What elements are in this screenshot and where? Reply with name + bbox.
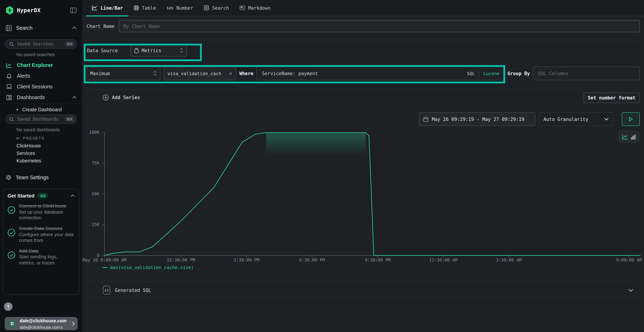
plus-circle-icon [103, 94, 109, 100]
sidebar-item-label: Client Sessions [17, 84, 52, 90]
get-started-item-title: Create Data Sources [19, 226, 62, 231]
data-source-label: Data Source [87, 48, 130, 53]
add-series-label: Add Series [112, 95, 140, 100]
granularity-select[interactable]: Auto Granularity [539, 112, 613, 126]
collapse-sidebar-icon[interactable] [70, 8, 76, 13]
search-section-label: Search [16, 25, 32, 31]
tab-search[interactable]: Search [198, 0, 234, 16]
get-started-progress-badge: 3/3 [38, 193, 48, 198]
aggregation-value: Maximum [90, 71, 110, 76]
app-title: HyperDX [17, 7, 40, 14]
sidebar-item-alerts[interactable]: Alerts [0, 71, 82, 81]
granularity-value: Auto Granularity [544, 116, 588, 122]
chart-name-input[interactable] [119, 20, 640, 32]
preset-kubernetes[interactable]: Kubernetes [16, 158, 41, 164]
tab-label: Search [212, 5, 229, 10]
where-input[interactable] [261, 70, 467, 76]
updown-chevrons-icon [180, 48, 183, 53]
presets-header[interactable]: PRESETS [16, 136, 44, 140]
get-started-item-desc: Configure where your data comes from [19, 232, 74, 243]
sql-mode-toggle[interactable]: SQL [467, 71, 475, 76]
tab-markdown[interactable]: M↓ Markdown [234, 0, 276, 16]
data-source-row: Data Source Metrics [87, 44, 187, 56]
check-circle-icon [8, 251, 16, 266]
tab-line-bar[interactable]: Line/Bar [86, 0, 128, 16]
help-button[interactable]: ? [4, 302, 12, 311]
get-started-item-desc: Start sending logs, metrics, or traces [19, 254, 58, 266]
chevron-up-icon [72, 26, 76, 29]
saved-dashboards-input[interactable]: ⌘K [5, 114, 77, 124]
close-icon[interactable]: × [229, 70, 232, 76]
run-query-button[interactable] [622, 112, 640, 126]
user-menu[interactable]: D dale@clickhouse.com dale@clickhouse.co… [5, 317, 78, 330]
tab-label: Markdown [248, 5, 271, 10]
where-label: Where [239, 71, 253, 76]
set-number-format-button[interactable]: Set number format [584, 92, 640, 103]
get-started-item-adddata[interactable]: Add Data Start sending logs, metrics, or… [8, 248, 75, 266]
chevron-down-icon [16, 137, 20, 139]
code-brackets-icon [103, 286, 110, 294]
metric-field-tag[interactable]: visa_validation_cach × [164, 66, 236, 80]
sidebar-item-chart-explorer[interactable]: Chart Explorer [0, 60, 82, 70]
avatar: D [8, 319, 17, 328]
group-by-label: Group By [508, 71, 530, 76]
tab-label: Line/Bar [100, 5, 123, 10]
chevron-right-icon [72, 322, 75, 326]
where-filter-box: SQL | Lucene [256, 66, 504, 80]
sidebar-item-client-sessions[interactable]: Client Sessions [0, 82, 82, 92]
tab-label: Table [142, 5, 156, 10]
chart-name-label: Chart Name [86, 24, 119, 29]
chevron-up-icon[interactable] [70, 194, 75, 197]
y-axis-labels: 025K50K75K100K [82, 131, 102, 258]
markdown-icon: M↓ [240, 6, 245, 10]
tab-table[interactable]: Table [128, 0, 161, 16]
saved-searches-field[interactable] [16, 41, 64, 47]
shortcut-badge: ⌘K [64, 117, 74, 122]
chevron-down-icon[interactable] [628, 288, 633, 292]
gear-icon [6, 174, 12, 180]
chart-legend: max(visa_validation_cache.size) [103, 265, 194, 270]
data-source-select[interactable]: Metrics [130, 44, 187, 56]
get-started-item-title: Connect to ClickHouse [19, 203, 66, 208]
calendar-icon [423, 116, 428, 122]
sidebar-item-team-settings[interactable]: Team Settings [0, 172, 82, 182]
mode-divider: | [478, 71, 480, 76]
legend-swatch [103, 267, 107, 268]
x-axis-labels: May 26 9:00:00 AM12:30:00 PM3:30:00 PM6:… [100, 256, 641, 263]
saved-dashboards-field[interactable] [16, 116, 64, 122]
user-email: dale@clickhouse.com [20, 318, 66, 323]
get-started-item-connect[interactable]: Connect to ClickHouse Set up your databa… [8, 203, 75, 221]
aggregation-select[interactable]: Maximum [86, 66, 160, 80]
add-series-button[interactable]: Add Series [103, 94, 140, 100]
database-icon [134, 48, 139, 53]
chart-type-tabbar: Line/Bar Table 123 Number Search M↓ Ma [82, 0, 644, 16]
date-range-picker[interactable]: May 26 09:29:19 - May 27 09:29:19 [419, 112, 535, 126]
no-saved-dashboards-note: No saved dashboards [16, 127, 60, 132]
get-started-item-title: Add Data [19, 248, 38, 254]
divider [86, 297, 639, 298]
bell-icon [6, 73, 12, 79]
preset-services[interactable]: Services [16, 150, 35, 156]
create-dashboard-button[interactable]: + Create Dashboard [16, 106, 62, 112]
team-settings-label: Team Settings [16, 174, 49, 180]
generated-sql-row[interactable]: Generated SQL [86, 283, 640, 298]
timeseries-chart[interactable] [100, 131, 641, 258]
get-started-item-datasources[interactable]: Create Data Sources Configure where your… [8, 226, 75, 244]
search-icon [9, 42, 14, 46]
lucene-mode-toggle[interactable]: Lucene [483, 71, 500, 76]
sidebar-item-dashboards[interactable]: Dashboards [0, 92, 82, 102]
preset-clickhouse[interactable]: ClickHouse [16, 143, 41, 148]
laptop-icon [6, 84, 12, 89]
search-section-icon [6, 25, 12, 31]
user-team: dale@clickhouse.com's [20, 325, 62, 329]
saved-searches-input[interactable]: ⌘K [5, 39, 77, 49]
group-by-input[interactable] [533, 66, 640, 80]
date-range-value: May 26 09:29:19 - May 27 09:29:19 [432, 116, 524, 122]
get-started-panel: Get Started 3/3 Connect to ClickHouse Se… [3, 189, 80, 295]
sidebar-section-search[interactable]: Search [0, 23, 82, 33]
check-circle-icon [8, 206, 16, 221]
chevron-up-icon [72, 96, 76, 99]
legend-label: max(visa_validation_cache.size) [110, 265, 194, 270]
tab-number[interactable]: 123 Number [161, 0, 198, 16]
check-circle-icon [8, 228, 16, 244]
